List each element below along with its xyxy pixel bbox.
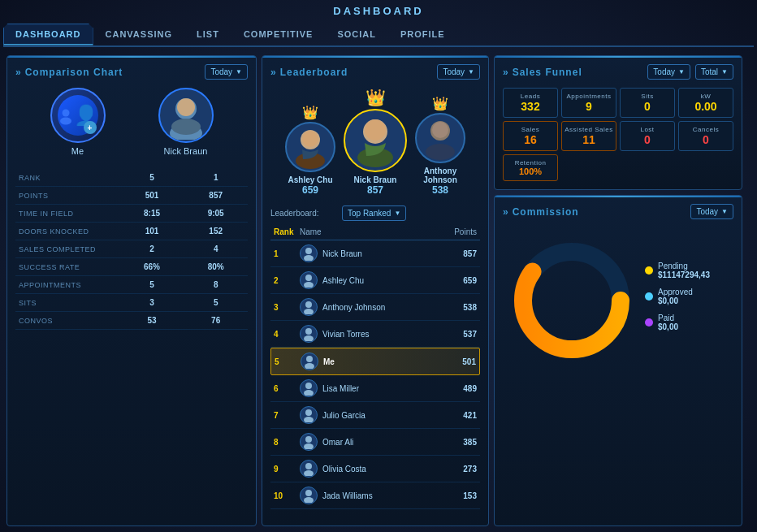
svg-point-17 xyxy=(305,275,312,281)
sales-dropdown2[interactable]: Total xyxy=(695,64,733,80)
lb-name: Omar Ali xyxy=(322,438,436,447)
opponent-avatar-container: Nick Braun xyxy=(158,88,214,156)
podium-second-avatar xyxy=(285,122,335,172)
sales-cell: Leads 332 xyxy=(503,88,558,118)
sales-cell-value: 0.00 xyxy=(681,100,731,113)
tab-social[interactable]: SOCIAL xyxy=(325,24,388,45)
me-label: Me xyxy=(50,146,106,156)
sales-cell: Lost 0 xyxy=(620,121,675,151)
svg-point-13 xyxy=(426,144,455,160)
svg-point-24 xyxy=(305,363,314,369)
sales-cell: Cancels 0 xyxy=(678,121,733,151)
row-opponent: 857 xyxy=(184,187,248,205)
sales-cell-value: 16 xyxy=(505,133,556,146)
svg-point-20 xyxy=(304,309,314,314)
commission-title: Commission xyxy=(503,206,579,218)
leaderboard-header: Leaderboard Today xyxy=(270,64,480,80)
legend-text: Approved $0,00 xyxy=(658,288,693,305)
tab-list[interactable]: LIST xyxy=(184,24,231,45)
right-panel: Sales Funnel Today Total Leads 332 Appoi… xyxy=(494,55,742,526)
row-me: 3 xyxy=(120,294,184,312)
svg-point-11 xyxy=(365,119,386,141)
gold-crown-icon: 👑 xyxy=(344,88,407,107)
lb-avatar xyxy=(301,353,318,370)
lb-row: 3 Anthony Johnson 538 xyxy=(270,294,480,321)
row-opponent: 4 xyxy=(184,240,248,258)
svg-point-0 xyxy=(62,110,69,117)
lb-avatar xyxy=(300,460,318,478)
sales-cell-label: Assisted Sales xyxy=(564,126,614,133)
lb-avatar xyxy=(300,271,318,289)
sales-dropdown1[interactable]: Today xyxy=(647,64,690,80)
podium-third-name: AnthonyJohnson xyxy=(415,167,465,184)
legend-label: Approved xyxy=(658,288,693,296)
sales-funnel-dropdowns: Today Total xyxy=(647,64,733,80)
lb-row: 4 Vivian Torres 537 xyxy=(270,321,480,348)
lb-points: 489 xyxy=(436,384,477,393)
lb-rank: 3 xyxy=(274,303,300,312)
row-me: 66% xyxy=(120,258,184,276)
sales-cell-value: 0 xyxy=(622,100,673,113)
comparison-panel: Comparison Chart Today + M xyxy=(6,55,257,526)
lb-row: 2 Ashley Chu 659 xyxy=(270,267,480,294)
lb-row: 7 Julio Garcia 421 xyxy=(270,402,480,429)
svg-point-27 xyxy=(305,409,312,416)
sales-cell: Appointments 9 xyxy=(561,88,616,118)
row-me: 101 xyxy=(120,223,184,240)
podium-third-avatar xyxy=(415,113,465,163)
sales-cell-value: 0 xyxy=(681,133,731,146)
tab-competitive[interactable]: COMPETITIVE xyxy=(231,24,326,45)
row-opponent: 9:05 xyxy=(184,205,248,223)
lb-rank: 4 xyxy=(274,330,300,339)
lb-points: 385 xyxy=(436,438,477,447)
row-label: SUCCESS RATE xyxy=(15,258,120,276)
legend-item: Pending $11147294,43 xyxy=(645,262,729,279)
row-label: APPOINTMENTS xyxy=(15,276,120,294)
sales-cell-label: Retention xyxy=(505,159,556,167)
sales-cell: Sits 0 xyxy=(620,88,675,118)
comparison-row: SALES COMPLETED 2 4 xyxy=(15,240,248,258)
lb-points: 659 xyxy=(436,276,477,285)
legend-dot xyxy=(645,318,653,327)
tab-dashboard[interactable]: DASHBOARD xyxy=(3,24,93,45)
row-me: 5 xyxy=(120,276,184,294)
comparison-row: TIME IN FIELD 8:15 9:05 xyxy=(15,205,248,223)
lb-rows: 1 Nick Braun 857 2 Ashley Chu 659 3 Anth xyxy=(270,240,480,509)
sales-funnel-header: Sales Funnel Today Total xyxy=(503,64,733,80)
lb-row: 1 Nick Braun 857 xyxy=(270,240,480,267)
lb-name: Lisa Miller xyxy=(322,384,436,393)
lb-points: 501 xyxy=(435,357,476,366)
sales-cell: Assisted Sales 11 xyxy=(561,121,616,151)
leaderboard-dropdown[interactable]: Today xyxy=(437,64,480,80)
lb-rank: 10 xyxy=(274,491,300,500)
lb-col-name: Name xyxy=(300,227,436,236)
comparison-row: CONVOS 53 76 xyxy=(15,312,248,330)
lb-name: Anthony Johnson xyxy=(322,303,436,312)
plus-badge: + xyxy=(84,121,97,134)
row-opponent: 80% xyxy=(184,258,248,276)
tab-profile[interactable]: PROFILE xyxy=(388,24,457,45)
sales-funnel-panel: Sales Funnel Today Total Leads 332 Appoi… xyxy=(494,55,742,190)
filter-dropdown[interactable]: Top Ranked xyxy=(342,205,406,221)
svg-point-14 xyxy=(432,122,448,138)
podium-third-points: 538 xyxy=(415,184,465,196)
podium-second-name: Ashley Chu xyxy=(285,175,335,184)
comparison-title: Comparison Chart xyxy=(15,67,123,78)
svg-point-8 xyxy=(302,131,318,147)
main-container: DASHBOARD DASHBOARD CANVASSING LIST COMP… xyxy=(0,0,757,532)
me-avatar: + xyxy=(50,88,106,143)
lb-name: Olivia Costa xyxy=(322,465,436,474)
lb-points: 538 xyxy=(436,303,477,312)
svg-point-18 xyxy=(304,282,314,288)
lb-rank: 1 xyxy=(274,249,300,258)
filter-label: Leaderboard: xyxy=(270,209,335,218)
row-me: 5 xyxy=(120,169,184,187)
row-me: 53 xyxy=(120,312,184,330)
legend-text: Pending $11147294,43 xyxy=(658,262,710,279)
comparison-row: RANK 5 1 xyxy=(15,169,248,187)
comparison-dropdown[interactable]: Today xyxy=(205,64,248,80)
commission-dropdown[interactable]: Today xyxy=(690,204,733,219)
tab-canvassing[interactable]: CANVASSING xyxy=(93,24,185,45)
lb-points: 153 xyxy=(436,491,477,500)
lb-name: Jada Williams xyxy=(322,491,436,500)
